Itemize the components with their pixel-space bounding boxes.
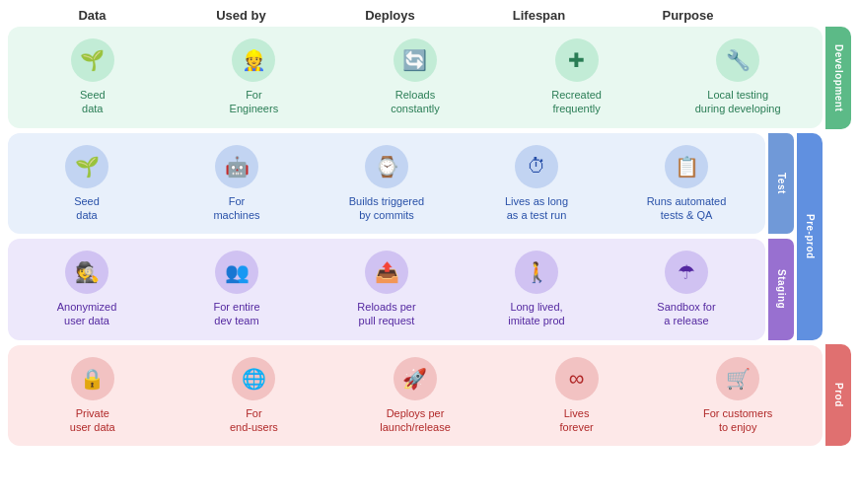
icon-prod-2: 🚀: [394, 357, 437, 400]
preprod-spacer: [825, 134, 851, 339]
cell-prod-2: 🚀Deploys perlaunch/release: [334, 353, 496, 439]
row-test: 🌱Seeddata🤖Formachines⌚Builds triggeredby…: [8, 133, 765, 235]
icon-staging-4: ☂: [665, 251, 708, 294]
label-development-1: ForEngineers: [230, 88, 279, 116]
icon-staging-3: 🚶: [515, 251, 558, 294]
label-prod-2: Deploys perlaunch/release: [380, 406, 451, 435]
cell-development-2: 🔄Reloadsconstantly: [334, 35, 496, 120]
icon-development-4: 🔧: [716, 38, 759, 82]
preprod-side-label: Pre-prod: [797, 133, 823, 340]
icon-test-1: 🤖: [215, 145, 258, 188]
cell-development-4: 🔧Local testingduring developing: [657, 35, 819, 120]
cell-prod-4: 🛒For customersto enjoy: [657, 353, 819, 439]
cell-staging-2: 📤Reloads perpull request: [312, 247, 462, 332]
label-test-0: Seeddata: [74, 194, 100, 223]
icon-development-2: 🔄: [394, 38, 437, 82]
cell-staging-1: 👥For entiredev team: [162, 247, 312, 332]
label-staging-1: For entiredev team: [213, 300, 259, 328]
col-header-purpose: Purpose: [613, 8, 762, 23]
cell-development-3: ✚Recreatedfrequently: [496, 35, 658, 120]
icon-prod-1: 🌐: [232, 357, 275, 400]
icon-prod-3: ∞: [555, 357, 599, 400]
cell-development-0: 🌱Seeddata: [12, 35, 174, 120]
icon-staging-2: 📤: [365, 251, 408, 294]
cell-prod-3: ∞Livesforever: [496, 353, 658, 439]
cell-prod-0: 🔒Privateuser data: [12, 353, 174, 439]
cell-test-4: 📋Runs automatedtests & QA: [611, 141, 761, 227]
inner-side-labels: Test Staging: [768, 133, 794, 340]
icon-test-0: 🌱: [65, 145, 108, 188]
icon-test-3: ⏱: [515, 145, 558, 188]
rows-section: 🌱Seeddata👷ForEngineers🔄Reloadsconstantly…: [8, 27, 823, 446]
icon-staging-1: 👥: [215, 251, 258, 294]
cell-test-2: ⌚Builds triggeredby commits: [312, 141, 462, 227]
icon-prod-4: 🛒: [716, 357, 759, 400]
label-prod-3: Livesforever: [559, 406, 593, 435]
label-test-3: Lives as longas a test run: [505, 194, 568, 223]
icon-test-4: 📋: [665, 145, 708, 188]
row-development-inner: 🌱Seeddata👷ForEngineers🔄Reloadsconstantly…: [8, 27, 823, 128]
col-header-data: Data: [18, 8, 167, 23]
cell-development-1: 👷ForEngineers: [174, 35, 335, 120]
label-staging-2: Reloads perpull request: [357, 300, 415, 328]
cell-staging-0: 🕵Anonymizeduser data: [12, 247, 162, 332]
label-staging-3: Long lived,imitate prod: [508, 300, 564, 328]
row-prod-inner: 🔒Privateuser data🌐Forend-users🚀Deploys p…: [8, 345, 823, 447]
label-development-3: Recreatedfrequently: [551, 88, 602, 116]
label-prod-4: For customersto enjoy: [703, 406, 772, 435]
preprod-wrapper: 🌱Seeddata🤖Formachines⌚Builds triggeredby…: [8, 133, 823, 340]
icon-development-3: ✚: [555, 38, 599, 82]
preprod-rows: 🌱Seeddata🤖Formachines⌚Builds triggeredby…: [8, 133, 765, 340]
label-test-2: Builds triggeredby commits: [349, 194, 424, 223]
outer-side-labels: Development Prod: [825, 27, 851, 446]
header-row: Data Used by Deploys Lifespan Purpose: [8, 8, 851, 23]
col-header-lifespan: Lifespan: [465, 8, 613, 23]
cell-test-1: 🤖Formachines: [162, 141, 312, 227]
cell-staging-4: ☂Sandbox fora release: [611, 247, 761, 332]
col-header-usedby: Used by: [167, 8, 316, 23]
row-test-inner: 🌱Seeddata🤖Formachines⌚Builds triggeredby…: [8, 133, 765, 235]
label-staging-0: Anonymizeduser data: [57, 300, 117, 328]
prod-side-label: Prod: [825, 344, 851, 447]
label-test-4: Runs automatedtests & QA: [647, 194, 727, 223]
staging-side-label: Staging: [768, 239, 794, 340]
icon-staging-0: 🕵: [65, 251, 108, 294]
app-layout: Data Used by Deploys Lifespan Purpose 🌱S…: [0, 0, 859, 454]
icon-test-2: ⌚: [365, 145, 408, 188]
row-development: 🌱Seeddata👷ForEngineers🔄Reloadsconstantly…: [8, 27, 823, 128]
main-grid: 🌱Seeddata👷ForEngineers🔄Reloadsconstantly…: [8, 27, 851, 446]
label-development-0: Seeddata: [80, 88, 106, 116]
test-side-label: Test: [768, 133, 794, 235]
icon-prod-0: 🔒: [71, 357, 114, 400]
label-prod-1: Forend-users: [230, 406, 278, 435]
row-staging: 🕵Anonymizeduser data👥For entiredev team📤…: [8, 239, 765, 340]
label-prod-0: Privateuser data: [70, 406, 115, 435]
col-header-deploys: Deploys: [316, 8, 465, 23]
development-side-label: Development: [825, 27, 851, 129]
label-staging-4: Sandbox fora release: [657, 300, 715, 328]
cell-test-3: ⏱Lives as longas a test run: [462, 141, 611, 227]
cell-staging-3: 🚶Long lived,imitate prod: [462, 247, 611, 332]
label-development-4: Local testingduring developing: [695, 88, 781, 116]
label-test-1: Formachines: [213, 194, 259, 223]
icon-development-0: 🌱: [71, 38, 114, 82]
cell-test-0: 🌱Seeddata: [12, 141, 162, 227]
row-staging-inner: 🕵Anonymizeduser data👥For entiredev team📤…: [8, 239, 765, 340]
row-prod: 🔒Privateuser data🌐Forend-users🚀Deploys p…: [8, 345, 823, 447]
icon-development-1: 👷: [232, 38, 275, 82]
cell-prod-1: 🌐Forend-users: [174, 353, 335, 439]
label-development-2: Reloadsconstantly: [391, 88, 440, 116]
